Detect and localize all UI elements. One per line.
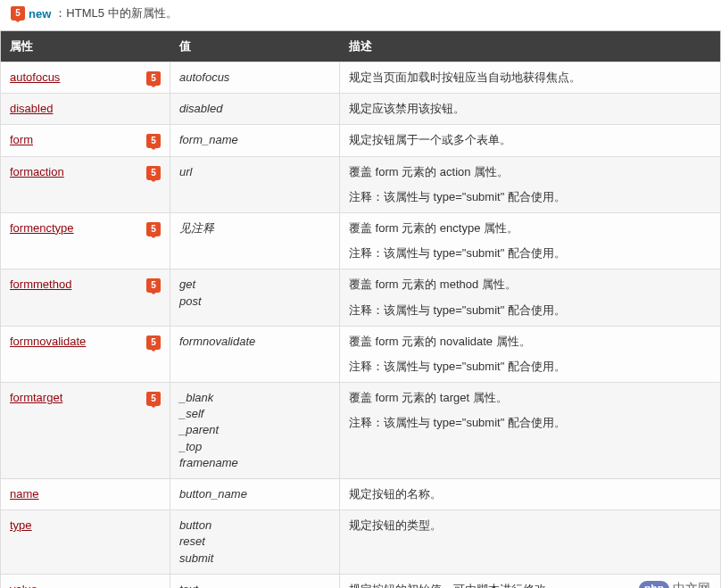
watermark-site: 中文网 [673, 581, 710, 588]
html5-badge-icon: 5 [146, 220, 161, 236]
value-line: reset [179, 534, 330, 550]
value-line: form_name [179, 132, 330, 148]
attr-cell: formnovalidate5 [1, 326, 170, 382]
html5-badge-icon: 5 [146, 70, 161, 86]
attributes-table: 属性 值 描述 autofocus5autofocus规定当页面加载时按钮应当自… [0, 30, 721, 588]
desc-line: 覆盖 form 元素的 action 属性。 [349, 164, 711, 180]
attr-cell: form5 [1, 125, 170, 156]
value-cell: formnovalidate [170, 326, 340, 382]
attr-cell: name [1, 479, 170, 510]
legend: 5 new ：HTML5 中的新属性。 [0, 0, 721, 30]
legend-text: ：HTML5 中的新属性。 [54, 5, 177, 21]
desc-line: 注释：该属性与 type="submit" 配合使用。 [349, 302, 711, 319]
attr-link-formenctype[interactable]: formenctype [10, 221, 74, 235]
attr-link-autofocus[interactable]: autofocus [10, 70, 60, 84]
desc-cell: 规定应该禁用该按钮。 [340, 94, 721, 125]
desc-line: 覆盖 form 元素的 novalidate 属性。 [349, 334, 711, 350]
table-row: formnovalidate5formnovalidate覆盖 form 元素的… [1, 326, 721, 382]
table-row: valuetext规定按钮的初始值。可由脚本进行修改。 [1, 574, 721, 588]
attr-link-name[interactable]: name [10, 487, 39, 501]
desc-cell: 覆盖 form 元素的 action 属性。注释：该属性与 type="subm… [340, 156, 721, 212]
header-desc: 描述 [340, 31, 721, 62]
value-line: submit [179, 551, 330, 567]
attr-link-form[interactable]: form [10, 133, 33, 146]
value-line: _top [179, 439, 330, 455]
desc-line: 规定按钮的类型。 [349, 518, 711, 534]
value-line: autofocus [179, 70, 330, 86]
desc-line: 规定当页面加载时按钮应当自动地获得焦点。 [349, 70, 711, 86]
value-line: _blank [179, 390, 330, 406]
desc-line: 规定按钮的名称。 [349, 486, 711, 502]
desc-line: 覆盖 form 元素的 method 属性。 [349, 277, 711, 293]
desc-line: 注释：该属性与 type="submit" 配合使用。 [349, 359, 711, 375]
table-row: formaction5url覆盖 form 元素的 action 属性。注释：该… [1, 156, 721, 212]
html5-badge-icon: 5 [146, 277, 161, 293]
value-cell: 见注释 [170, 212, 340, 269]
value-line: button [179, 518, 330, 534]
desc-cell: 覆盖 form 元素的 target 属性。注释：该属性与 type="subm… [340, 383, 721, 479]
value-line: disabled [179, 101, 330, 117]
attr-link-formtarget[interactable]: formtarget [10, 391, 62, 404]
table-header-row: 属性 值 描述 [1, 31, 721, 62]
value-line: formnovalidate [179, 334, 330, 350]
html5-badge-icon: 5 [146, 334, 161, 350]
html5-badge-icon: 5 [11, 6, 25, 21]
table-row: autofocus5autofocus规定当页面加载时按钮应当自动地获得焦点。 [1, 62, 721, 94]
desc-line: 注释：该属性与 type="submit" 配合使用。 [349, 245, 711, 261]
desc-line: 规定应该禁用该按钮。 [349, 101, 711, 117]
value-line: get [179, 277, 330, 293]
table-row: formenctype5见注释覆盖 form 元素的 enctype 属性。注释… [1, 212, 721, 269]
attr-cell: autofocus5 [1, 62, 170, 94]
table-row: form5form_name规定按钮属于一个或多个表单。 [1, 125, 721, 156]
value-cell: url [170, 156, 340, 212]
desc-cell: 规定按钮属于一个或多个表单。 [340, 125, 721, 156]
value-line: _parent [179, 422, 330, 438]
desc-cell: 规定当页面加载时按钮应当自动地获得焦点。 [340, 62, 721, 94]
attr-link-disabled[interactable]: disabled [10, 102, 53, 115]
attr-cell: formtarget5 [1, 383, 170, 479]
value-line: post [179, 294, 330, 310]
value-cell: button_name [170, 479, 340, 510]
attr-link-type[interactable]: type [10, 518, 32, 532]
value-cell: form_name [170, 125, 340, 156]
desc-cell: 规定按钮的名称。 [340, 479, 721, 510]
value-line: button_name [179, 486, 330, 502]
watermark-php-icon: php [639, 581, 669, 588]
desc-line: 覆盖 form 元素的 target 属性。 [349, 390, 711, 406]
desc-line: 注释：该属性与 type="submit" 配合使用。 [349, 415, 711, 431]
header-attr: 属性 [1, 31, 170, 62]
html5-badge-icon: 5 [146, 390, 161, 406]
desc-line: 规定按钮属于一个或多个表单。 [349, 132, 711, 148]
attr-link-formmethod[interactable]: formmethod [10, 277, 71, 291]
desc-cell: 覆盖 form 元素的 enctype 属性。注释：该属性与 type="sub… [340, 212, 721, 269]
value-cell: _blank_self_parent_topframename [170, 383, 340, 479]
attr-cell: type [1, 510, 170, 575]
desc-cell: 规定按钮的类型。 [340, 510, 721, 575]
table-row: namebutton_name规定按钮的名称。 [1, 479, 721, 510]
legend-new-label: new [29, 7, 51, 21]
attr-link-value[interactable]: value [10, 583, 37, 588]
attr-cell: formmethod5 [1, 269, 170, 326]
table-row: disableddisabled规定应该禁用该按钮。 [1, 94, 721, 125]
value-line: _self [179, 406, 330, 422]
desc-cell: 覆盖 form 元素的 novalidate 属性。注释：该属性与 type="… [340, 326, 721, 382]
desc-line: 覆盖 form 元素的 enctype 属性。 [349, 220, 711, 236]
desc-cell: 覆盖 form 元素的 method 属性。注释：该属性与 type="subm… [340, 269, 721, 326]
attr-link-formaction[interactable]: formaction [10, 165, 64, 178]
html5-badge-icon: 5 [146, 132, 161, 148]
table-row: formmethod5getpost覆盖 form 元素的 method 属性。… [1, 269, 721, 326]
attr-cell: formenctype5 [1, 212, 170, 269]
table-row: typebuttonresetsubmit规定按钮的类型。 [1, 510, 721, 575]
value-line: text [179, 582, 330, 588]
value-line: url [179, 164, 330, 180]
value-cell: text [170, 574, 340, 588]
attr-cell: disabled [1, 94, 170, 125]
attr-link-formnovalidate[interactable]: formnovalidate [10, 335, 86, 348]
attr-cell: formaction5 [1, 156, 170, 212]
attr-cell: value [1, 574, 170, 588]
value-cell: autofocus [170, 62, 340, 94]
html5-badge-icon: 5 [146, 164, 161, 180]
watermark: php 中文网 [635, 579, 714, 588]
value-cell: disabled [170, 94, 340, 125]
table-row: formtarget5_blank_self_parent_topframena… [1, 383, 721, 479]
